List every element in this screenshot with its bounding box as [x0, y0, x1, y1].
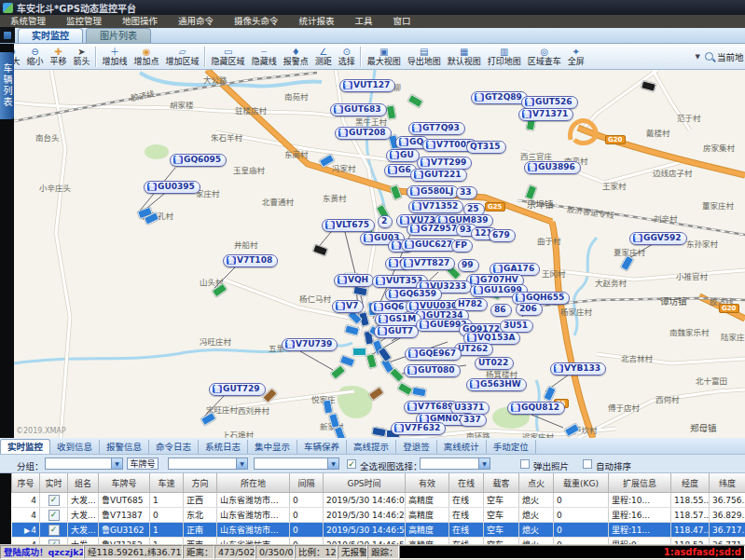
vehicle-plate-label[interactable]: 99 — [458, 259, 479, 272]
table-row[interactable]: 4✓大发...鲁VUT6851正西山东省潍坊市...02019/5/30 14:… — [12, 493, 745, 508]
select-all-checkbox[interactable]: ✓ — [347, 459, 356, 469]
bottom-tab-命令日志[interactable]: 命令日志 — [149, 440, 199, 454]
vehicle-plate-label[interactable]: FP — [451, 239, 473, 253]
menu-item-6[interactable]: 工具 — [345, 15, 383, 28]
column-header-实时[interactable]: 实时 — [40, 473, 68, 493]
menu-item-7[interactable]: 窗口 — [383, 15, 421, 28]
vehicle-plate-label[interactable]: 鲁GQE967 — [405, 348, 462, 361]
vehicle-plate-label[interactable]: 鲁G563HW — [466, 378, 527, 391]
vehicle-plate-label[interactable]: 鲁GUC627 — [401, 239, 458, 252]
vehicle-plate-label[interactable]: 鲁GU — [386, 149, 420, 162]
vehicle-plate-label[interactable]: 33 — [456, 186, 477, 199]
bottom-tab-登退签[interactable]: 登退签 — [396, 440, 437, 454]
toolbar-button-打印地图[interactable]: ▥打印地图 — [484, 45, 524, 69]
column-header-载客[interactable]: 载客 — [484, 473, 519, 493]
map-canvas[interactable]: ©2019.XMAP 大公路胡家楼南苑村驻楼店村朱石羊村东高村玉皇庙村北曹通村南… — [14, 70, 745, 438]
vehicle-plate-label[interactable]: QT315 — [466, 141, 506, 154]
chevron-down-icon[interactable]: ▼ — [478, 458, 490, 469]
vehicle-plate-label[interactable]: 鲁VUT127 — [339, 79, 395, 92]
bottom-tab-车辆保养[interactable]: 车辆保养 — [297, 440, 347, 454]
column-header-点火[interactable]: 点火 — [519, 473, 554, 493]
vehicle-plate-label[interactable]: 鲁V7 — [332, 300, 364, 313]
vehicle-plate-label[interactable]: UT022 — [475, 357, 514, 370]
vehicle-icon[interactable] — [352, 348, 366, 356]
toolbar-button-隐藏线[interactable]: ┄隐藏线 — [248, 45, 280, 69]
column-header-GPS时间[interactable]: GPS时间 — [324, 473, 406, 493]
toolbar-button-默认视图[interactable]: ▦默认视图 — [444, 45, 484, 69]
vehicle-plate-label[interactable]: 鲁V71352 — [408, 200, 463, 213]
search-icon[interactable] — [705, 52, 713, 61]
bottom-tab-系统日志[interactable]: 系统日志 — [199, 440, 248, 454]
toolbar-button-增加点[interactable]: ◉增加点 — [131, 45, 162, 69]
chevron-down-icon[interactable]: ▼ — [111, 458, 122, 469]
table-row[interactable]: ▶4✓大发...鲁GU31621正南山东省潍坊市...02019/5/30 14… — [12, 523, 745, 538]
column-header-序号[interactable]: 序号 — [12, 473, 40, 493]
column-header-有效[interactable]: 有效 — [406, 473, 449, 493]
vehicle-plate-label[interactable]: 鲁GQ6359 — [385, 288, 442, 301]
column-header-在线[interactable]: 在线 — [449, 473, 484, 493]
vehicle-plate-label[interactable]: 3U51 — [500, 320, 533, 333]
column-header-载重(KG)[interactable]: 载重(KG) — [554, 473, 609, 493]
toolbar-button-最大视图[interactable]: ▣最大视图 — [364, 45, 404, 69]
toolbar-button-选择[interactable]: ⊙选择 — [335, 45, 358, 69]
vehicle-plate-label[interactable]: 2 — [378, 215, 393, 228]
menu-item-3[interactable]: 通用命令 — [168, 15, 224, 28]
vehicle-plate-label[interactable]: 鲁G580LJ — [407, 185, 459, 198]
vehicle-plate-label[interactable]: 鲁V7T108 — [223, 254, 278, 267]
column-header-间隔[interactable]: 间隔 — [290, 473, 324, 493]
tab-实时监控[interactable]: 实时监控 — [18, 28, 83, 43]
toolbar-button-全屏[interactable]: ✦全屏 — [564, 45, 587, 69]
vehicle-plate-label[interactable]: 鲁GUT208 — [335, 127, 392, 140]
vehicle-list-tab[interactable]: 车辆列表 — [0, 52, 14, 119]
chevron-down-icon[interactable]: ▼ — [236, 458, 247, 469]
realtime-checkbox[interactable]: ✓ — [48, 495, 60, 506]
column-header-纬度[interactable]: 纬度 — [710, 473, 745, 493]
column-header-车牌号[interactable]: 车牌号 — [99, 473, 150, 493]
vehicle-plate-label[interactable]: 337 — [460, 414, 487, 427]
column-header-方向[interactable]: 方向 — [184, 473, 217, 493]
toolbar-button-报警点[interactable]: ♦报警点 — [280, 45, 311, 69]
realtime-checkbox[interactable]: ✓ — [48, 525, 60, 536]
bottom-tab-离线统计[interactable]: 离线统计 — [437, 440, 487, 454]
vehicle-plate-label[interactable]: 鲁V7F632 — [391, 422, 446, 435]
vehicle-plate-label[interactable]: 鲁GU3896 — [524, 161, 581, 174]
bottom-tab-高线提示[interactable]: 高线提示 — [347, 440, 396, 454]
toolbar-button-增加线[interactable]: ＋增加线 — [99, 45, 131, 69]
vehicle-plate-label[interactable]: 206 — [516, 303, 543, 316]
toolbar-button-测距[interactable]: ∠测距 — [311, 45, 335, 69]
column-header-组名[interactable]: 组名 — [68, 473, 99, 493]
bottom-tab-集中显示[interactable]: 集中显示 — [248, 440, 297, 454]
bottom-tab-收到信息[interactable]: 收到信息 — [50, 440, 100, 454]
toolbar-button-箭头[interactable]: ➤箭头 — [70, 45, 93, 69]
plate-select[interactable]: ▼ — [168, 458, 248, 470]
vehicle-plate-label[interactable]: 鲁GUT080 — [404, 364, 461, 377]
menu-item-1[interactable]: 监控管理 — [56, 15, 112, 28]
table-header-row[interactable]: 序号实时组名车牌号车速方向所在地间隔GPS时间有效在线载客点火载重(KG)扩展信… — [12, 473, 745, 493]
vehicle-plate-label[interactable]: 鲁G7Z957 — [407, 223, 462, 236]
table-row[interactable]: 4✓大发...鲁V713521西南山东省潍坊市...02019/5/30 14:… — [12, 538, 745, 545]
tab-图片列表[interactable]: 图片列表 — [86, 28, 151, 43]
toolbar-button-平移[interactable]: ✚平移 — [47, 45, 70, 69]
vehicle-plate-label[interactable]: 鲁GU0395 — [144, 181, 200, 194]
vehicle-plate-label[interactable]: 鲁V7T827 — [400, 257, 455, 270]
vehicle-plate-label[interactable]: 鲁V7U739 — [282, 338, 338, 351]
vehicle-plate-label[interactable]: 鲁GQU812 — [507, 402, 565, 415]
column-header-所在地[interactable]: 所在地 — [217, 473, 290, 493]
bottom-tab-手动定位[interactable]: 手动定位 — [487, 440, 536, 454]
column-header-扩展信息[interactable]: 扩展信息 — [609, 473, 671, 493]
vehicle-plate-label[interactable]: 鲁GQ6095 — [170, 154, 227, 167]
plate-number-button[interactable]: 车牌号 — [127, 458, 159, 470]
column-header-车速[interactable]: 车速 — [150, 473, 184, 493]
table-row[interactable]: 4✓大发...鲁V713870东北山东省潍坊市...02019/5/30 14:… — [12, 508, 745, 523]
vehicle-plate-label[interactable]: 鲁GUT729 — [209, 383, 266, 396]
vehicle-plate-label[interactable]: 鲁GUT526 — [521, 96, 578, 109]
chevron-down-icon[interactable]: ▼ — [327, 458, 338, 469]
menu-item-5[interactable]: 统计报表 — [289, 15, 345, 28]
vehicle-plate-label[interactable]: 679 — [489, 229, 516, 242]
vehicle-plate-label[interactable]: 鲁GUT683 — [330, 103, 387, 116]
vehicle-plate-label[interactable]: 鲁GQ6 — [370, 301, 409, 314]
vehicle-plate-label[interactable]: 鲁GT2Q89 — [471, 91, 528, 104]
toolbar-button-导出地图[interactable]: ▤导出地图 — [404, 45, 444, 69]
popup-photo-checkbox[interactable] — [520, 459, 530, 469]
vehicle-plate-label[interactable]: 鲁GS1M — [375, 313, 421, 326]
